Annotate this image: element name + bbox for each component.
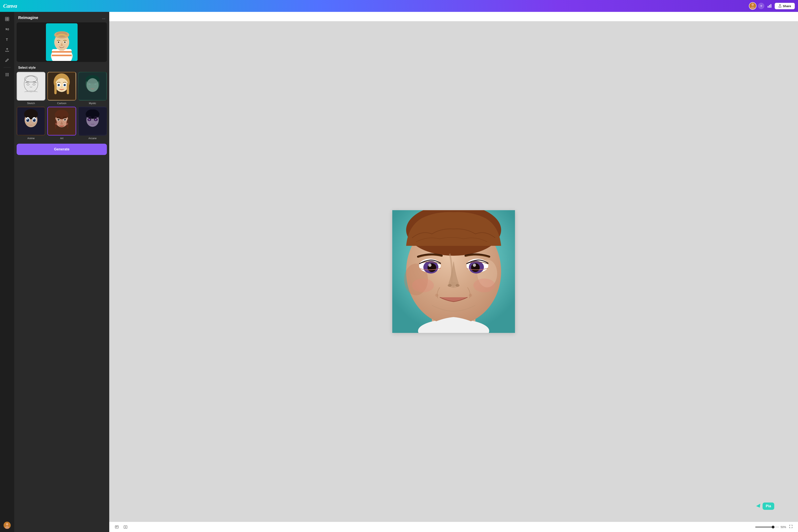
canvas-toolbar-top	[109, 12, 798, 21]
chart-icon	[767, 3, 772, 8]
share-label: Share	[783, 4, 791, 8]
svg-rect-5	[771, 4, 771, 8]
panel-more-options-button[interactable]: ...	[102, 16, 105, 20]
avatar-image	[749, 3, 756, 9]
topbar: Canva + Share	[0, 0, 798, 12]
svg-point-15	[5, 74, 6, 75]
canvas-bottombar: 50%	[109, 522, 798, 532]
layout-icon	[5, 17, 10, 21]
svg-point-19	[7, 75, 7, 76]
style-name-art: Art	[60, 137, 63, 140]
svg-point-93	[64, 119, 65, 120]
play-button[interactable]	[122, 524, 129, 531]
svg-rect-28	[52, 55, 72, 56]
cartoon-preview	[48, 73, 75, 100]
svg-point-89	[58, 119, 59, 120]
sidebar-item-draw[interactable]	[2, 55, 12, 65]
style-grid: Sketch	[14, 72, 109, 140]
canvas-content[interactable]: Pia	[109, 21, 798, 522]
generate-button[interactable]: Generate	[17, 144, 107, 155]
svg-point-17	[8, 74, 9, 75]
svg-point-38	[65, 42, 65, 42]
reimagine-panel: Reimagine ...	[14, 12, 109, 532]
svg-point-40	[64, 45, 64, 45]
style-name-cartoon: Cartoon	[57, 102, 66, 105]
style-thumb-art	[47, 107, 76, 135]
sidebar-item-upload[interactable]	[2, 45, 12, 55]
svg-point-101	[89, 119, 90, 120]
icon-sidebar: T	[0, 12, 14, 532]
style-item-mystic[interactable]: Mystic	[78, 72, 107, 105]
svg-point-123	[448, 284, 452, 287]
svg-point-102	[89, 119, 90, 120]
analytics-button[interactable]	[766, 2, 773, 10]
svg-point-56	[64, 84, 65, 84]
notes-icon	[115, 525, 119, 529]
svg-rect-4	[769, 5, 770, 8]
sidebar-item-apps[interactable]	[2, 70, 12, 79]
style-item-cartoon[interactable]: Cartoon	[47, 72, 76, 105]
art-preview	[48, 107, 75, 135]
sidebar-divider	[3, 67, 11, 68]
zoom-track	[755, 527, 773, 528]
svg-rect-10	[7, 28, 9, 30]
add-to-team-button[interactable]: +	[758, 3, 764, 9]
user-avatar[interactable]	[749, 2, 757, 10]
apps-icon	[5, 73, 9, 77]
svg-point-16	[7, 74, 7, 75]
style-name-mystic: Mystic	[89, 102, 96, 105]
style-item-sketch[interactable]: Sketch	[17, 72, 45, 105]
style-item-anime[interactable]: Anime	[17, 107, 45, 139]
expand-icon	[789, 525, 793, 529]
svg-point-13	[7, 73, 7, 74]
svg-point-125	[435, 294, 438, 297]
topbar-right: + Share	[749, 2, 795, 10]
svg-point-39	[59, 45, 60, 45]
expand-button[interactable]	[788, 524, 794, 530]
zoom-thumb[interactable]	[772, 526, 775, 529]
bottom-left-controls	[113, 524, 129, 531]
style-name-anime: Anime	[27, 137, 35, 140]
elements-icon	[5, 27, 10, 32]
style-item-arcane[interactable]: Arcane	[78, 107, 107, 139]
draw-icon	[5, 58, 10, 62]
portrait-illustration	[392, 210, 515, 333]
svg-point-95	[64, 123, 68, 125]
sidebar-user-avatar[interactable]	[3, 522, 11, 529]
svg-point-94	[55, 123, 59, 125]
svg-point-82	[33, 119, 34, 120]
sidebar-avatar-img	[3, 522, 11, 529]
svg-rect-8	[5, 19, 7, 21]
play-icon	[124, 525, 128, 529]
zoom-slider[interactable]	[755, 527, 779, 528]
svg-point-20	[8, 75, 9, 76]
svg-point-22	[6, 523, 8, 526]
canva-logo: Canva	[3, 3, 17, 9]
style-name-sketch: Sketch	[27, 102, 35, 105]
svg-point-117	[428, 264, 432, 267]
sidebar-item-text[interactable]: T	[2, 35, 12, 44]
style-thumb-arcane	[78, 107, 107, 135]
svg-point-71	[87, 78, 98, 92]
share-button[interactable]: Share	[775, 3, 795, 9]
svg-point-12	[5, 73, 6, 74]
style-thumb-anime	[17, 107, 45, 135]
source-photo-svg	[46, 23, 78, 61]
style-item-art[interactable]: Art	[47, 107, 76, 139]
notes-button[interactable]	[113, 524, 120, 531]
svg-point-35	[59, 42, 59, 42]
svg-point-128	[473, 279, 495, 292]
style-name-arcane: Arcane	[89, 137, 97, 140]
svg-point-105	[95, 119, 96, 120]
arcane-preview	[79, 107, 106, 135]
svg-point-124	[456, 284, 459, 287]
svg-point-52	[58, 84, 59, 84]
sidebar-item-layout[interactable]	[2, 14, 12, 24]
sidebar-item-elements[interactable]	[2, 24, 12, 34]
svg-point-106	[95, 119, 96, 120]
zoom-percent: 50%	[781, 526, 786, 529]
panel-title: Reimagine	[18, 16, 38, 20]
svg-point-57	[61, 87, 62, 88]
svg-text:T: T	[6, 38, 8, 41]
zoom-controls: 50%	[755, 524, 794, 530]
